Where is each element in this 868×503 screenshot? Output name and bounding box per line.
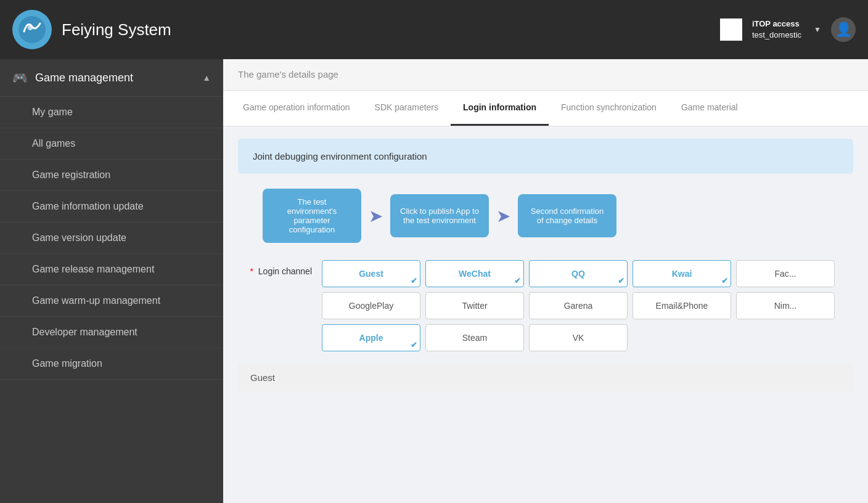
sidebar-chevron: ▲ <box>202 73 211 83</box>
sidebar-section-label: Game management <box>35 72 133 84</box>
channel-guest[interactable]: Guest ✔ <box>322 260 420 287</box>
channel-kwai[interactable]: Kwai ✔ <box>633 260 731 287</box>
channel-nim[interactable]: Nim... ✔ <box>736 292 835 319</box>
tab-game-operation[interactable]: Game operation information <box>231 91 362 126</box>
content-area: Joint debugging environment configuratio… <box>223 126 868 404</box>
sidebar-item-game-migration[interactable]: Game migration <box>0 348 223 380</box>
sidebar-item-all-games[interactable]: All games <box>0 128 223 160</box>
login-channel-row: * Login channel Guest ✔ WeChat ✔ <box>238 260 853 351</box>
channel-apple[interactable]: Apple ✔ <box>322 324 420 351</box>
required-mark: * <box>250 266 253 276</box>
sidebar-item-my-game[interactable]: My game <box>0 97 223 128</box>
flow-step-3[interactable]: Second confirmation of change details <box>518 194 616 237</box>
channel-grid: Guest ✔ WeChat ✔ QQ ✔ Kwai <box>322 260 853 351</box>
tab-function-synchronization[interactable]: Function synchronization <box>549 91 669 126</box>
white-square <box>720 18 742 41</box>
channel-googleplay[interactable]: GooglePlay ✔ <box>322 292 420 319</box>
kwai-check: ✔ <box>721 276 728 285</box>
user-access: iTOP access <box>752 18 801 30</box>
sidebar-item-game-version-update[interactable]: Game version update <box>0 223 223 254</box>
channel-wechat[interactable]: WeChat ✔ <box>425 260 524 287</box>
tabs-bar: Game operation information SDK parameter… <box>223 91 868 126</box>
flow-step-2[interactable]: Click to publish App to the test environ… <box>390 194 489 237</box>
guest-check: ✔ <box>411 276 417 285</box>
main-layout: 🎮 Game management ▲ My game All games Ga… <box>0 59 868 503</box>
game-management-icon: 🎮 <box>12 70 28 85</box>
login-channel-label: * Login channel <box>238 260 312 276</box>
flow-arrow-1: ➤ <box>369 206 383 226</box>
sidebar-item-game-warmup-management[interactable]: Game warm-up management <box>0 285 223 317</box>
channel-vk[interactable]: VK ✔ <box>529 324 628 351</box>
tab-sdk-parameters[interactable]: SDK parameters <box>362 91 451 126</box>
sidebar: 🎮 Game management ▲ My game All games Ga… <box>0 59 223 503</box>
sidebar-item-game-release-management[interactable]: Game release management <box>0 254 223 285</box>
flow-diagram: The test environment's parameter configu… <box>238 189 853 243</box>
channel-twitter[interactable]: Twitter ✔ <box>425 292 524 319</box>
user-dropdown-arrow[interactable]: ▼ <box>814 25 821 34</box>
sidebar-item-game-registration[interactable]: Game registration <box>0 160 223 191</box>
svg-point-1 <box>28 25 33 30</box>
channel-row-3: Apple ✔ Steam ✔ VK ✔ <box>322 324 853 351</box>
qq-check: ✔ <box>618 276 624 285</box>
user-info: iTOP access test_domestic <box>752 18 801 41</box>
apple-check: ✔ <box>411 340 417 350</box>
channel-facebook[interactable]: Fac... ✔ <box>736 260 835 287</box>
channel-qq[interactable]: QQ ✔ <box>529 260 628 287</box>
page-title: The game's details page <box>238 69 338 80</box>
sidebar-section-header[interactable]: 🎮 Game management ▲ <box>0 59 223 97</box>
flow-arrow-2: ➤ <box>496 206 510 226</box>
channel-emailphone[interactable]: Email&Phone ✔ <box>633 292 731 319</box>
content: The game's details page Game operation i… <box>223 59 868 503</box>
sidebar-item-developer-management[interactable]: Developer management <box>0 317 223 348</box>
tab-login-information[interactable]: Login information <box>451 91 549 126</box>
sidebar-item-game-information-update[interactable]: Game information update <box>0 191 223 223</box>
guest-section: Guest <box>238 364 853 391</box>
page-header: The game's details page <box>223 59 868 91</box>
avatar[interactable]: 👤 <box>831 17 856 42</box>
info-box: Joint debugging environment configuratio… <box>238 139 853 174</box>
wechat-check: ✔ <box>514 276 521 285</box>
header-right: iTOP access test_domestic ▼ 👤 <box>720 17 856 42</box>
flow-step-1[interactable]: The test environment's parameter configu… <box>263 189 361 243</box>
app-title: Feiying System <box>62 20 720 39</box>
svg-point-0 <box>18 16 46 43</box>
channel-row-2: GooglePlay ✔ Twitter ✔ Garena ✔ Email& <box>322 292 853 319</box>
logo <box>12 10 52 49</box>
header: Feiying System iTOP access test_domestic… <box>0 0 868 59</box>
user-account: test_domestic <box>752 30 801 41</box>
tab-game-material[interactable]: Game material <box>669 91 750 126</box>
channel-row-1: Guest ✔ WeChat ✔ QQ ✔ Kwai <box>322 260 853 287</box>
channel-steam[interactable]: Steam ✔ <box>425 324 524 351</box>
channel-garena[interactable]: Garena ✔ <box>529 292 628 319</box>
